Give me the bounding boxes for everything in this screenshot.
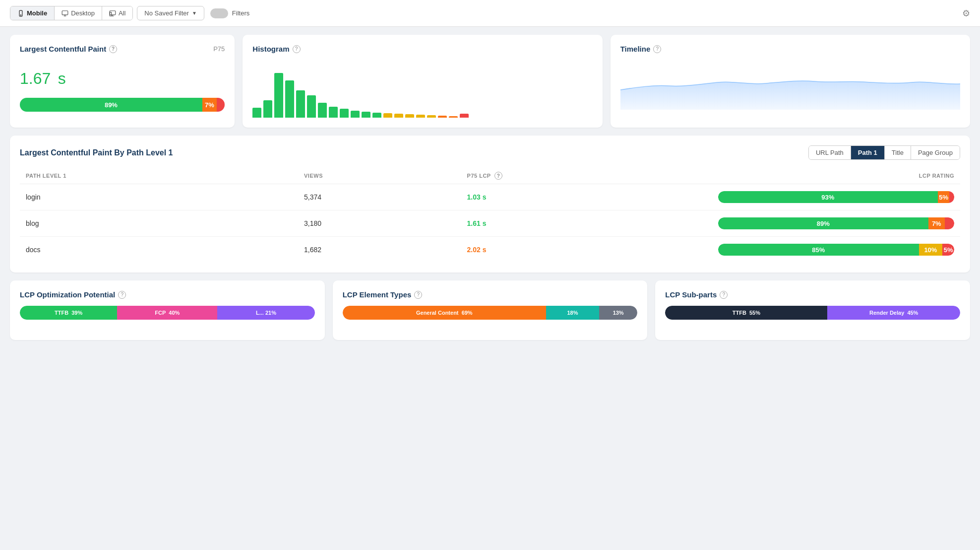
- subparts-title: LCP Sub-parts: [665, 290, 717, 299]
- histogram-bar: [318, 103, 327, 118]
- device-selector: Mobile Desktop All: [10, 6, 133, 20]
- lcp-good-segment: 89%: [20, 98, 202, 112]
- el-general-segment: General Content 69%: [343, 306, 546, 320]
- saved-filter-button[interactable]: No Saved Filter ▼: [137, 6, 204, 20]
- lcp-needs-improvement-segment: 7%: [202, 98, 217, 112]
- lcp-info-icon[interactable]: ?: [109, 45, 117, 53]
- timeline-info-icon[interactable]: ?: [653, 45, 661, 53]
- cell-p75: 2.02 s: [461, 237, 712, 263]
- histogram-bar: [351, 111, 360, 118]
- col-rating: LCP RATING: [712, 168, 960, 184]
- histogram-bar: [340, 109, 349, 118]
- cell-path: login: [20, 184, 298, 210]
- histogram-bar: [263, 100, 272, 118]
- table-section: Largest Contentful Paint By Path Level 1…: [10, 136, 970, 273]
- svg-rect-2: [62, 10, 68, 14]
- histogram-bar: [372, 113, 381, 118]
- table-row: blog3,1801.61 s89%7%: [20, 210, 960, 237]
- timeline-area: [620, 60, 960, 110]
- cell-p75: 1.03 s: [461, 184, 712, 210]
- lcp-value: 1.67 s: [20, 60, 225, 90]
- col-path: PATH LEVEL 1: [20, 168, 298, 184]
- cell-rating: 85%10%5%: [712, 237, 960, 263]
- histogram-bar: [274, 73, 283, 118]
- timeline-card: Timeline ?: [611, 35, 970, 128]
- lcp-progress-bar: 89% 7%: [20, 98, 225, 112]
- histogram-bar: [416, 115, 425, 118]
- filter-btn-label: No Saved Filter: [144, 9, 189, 17]
- rating-segment: 7%: [928, 217, 945, 229]
- histogram-card: Histogram ?: [243, 35, 602, 128]
- tab-url-path[interactable]: URL Path: [809, 146, 851, 159]
- rating-bar: 93%5%: [718, 191, 954, 203]
- tab-title[interactable]: Title: [884, 146, 911, 159]
- all-button[interactable]: All: [102, 6, 132, 20]
- mobile-label: Mobile: [27, 9, 47, 17]
- histogram-bar: [362, 112, 370, 118]
- histogram-bar: [449, 116, 458, 118]
- desktop-button[interactable]: Desktop: [54, 6, 102, 20]
- histogram-bar: [405, 114, 414, 118]
- cell-path: docs: [20, 237, 298, 263]
- optimization-info-icon[interactable]: ?: [118, 291, 126, 299]
- rating-bar: 89%7%: [718, 217, 954, 229]
- cell-rating: 89%7%: [712, 210, 960, 237]
- opt-fcp-segment: FCP 40%: [117, 306, 217, 320]
- table-row: docs1,6822.02 s85%10%5%: [20, 237, 960, 263]
- svg-point-1: [20, 14, 21, 15]
- tab-page-group[interactable]: Page Group: [911, 146, 960, 159]
- sub-render-segment: Render Delay 45%: [827, 306, 960, 320]
- filter-switch[interactable]: [210, 8, 228, 18]
- opt-ttfb-segment: TTFB 39%: [20, 306, 117, 320]
- histogram-bar: [394, 114, 403, 118]
- rating-segment: 89%: [718, 217, 928, 229]
- histogram-bar: [438, 116, 447, 118]
- tab-path-1[interactable]: Path 1: [851, 146, 884, 159]
- rating-segment: [945, 217, 954, 229]
- mobile-button[interactable]: Mobile: [10, 6, 54, 20]
- histogram-bar: [427, 115, 436, 118]
- histogram-bar: [329, 107, 338, 118]
- histogram-title: Histogram: [252, 45, 289, 53]
- top-cards-row: Largest Contentful Paint ? P75 1.67 s 89…: [10, 35, 970, 128]
- element-types-bar: General Content 69% 18% 13%: [343, 306, 638, 320]
- timeline-title: Timeline: [620, 45, 651, 53]
- optimization-title: LCP Optimization Potential: [20, 290, 115, 299]
- rating-segment: 85%: [718, 244, 919, 256]
- rating-segment: 10%: [919, 244, 943, 256]
- el-gray-segment: 13%: [599, 306, 637, 320]
- histogram-bar: [296, 90, 305, 118]
- subparts-card: LCP Sub-parts ? TTFB 55% Render Delay 45…: [655, 280, 970, 340]
- path-tab-group: URL Path Path 1 Title Page Group: [808, 145, 960, 160]
- sub-ttfb-segment: TTFB 55%: [665, 306, 827, 320]
- subparts-bar: TTFB 55% Render Delay 45%: [665, 306, 960, 320]
- lcp-card-title: Largest Contentful Paint ?: [20, 45, 117, 53]
- table-title: Largest Contentful Paint By Path Level 1: [20, 148, 173, 157]
- element-types-card: LCP Element Types ? General Content 69% …: [333, 280, 648, 340]
- cell-p75: 1.61 s: [461, 210, 712, 237]
- rating-segment: 5%: [942, 244, 954, 256]
- histogram-bar: [460, 114, 469, 118]
- desktop-label: Desktop: [71, 9, 95, 17]
- filter-toggle: Filters: [210, 8, 249, 18]
- col-views: VIEWS: [298, 168, 461, 184]
- lcp-poor-segment: [217, 98, 225, 112]
- element-types-info-icon[interactable]: ?: [414, 291, 422, 299]
- histogram-info-icon[interactable]: ?: [293, 45, 301, 53]
- cell-views: 5,374: [298, 184, 461, 210]
- cell-views: 3,180: [298, 210, 461, 237]
- histogram-bar: [285, 80, 294, 118]
- opt-l-segment: L... 21%: [217, 306, 314, 320]
- rating-segment: 5%: [938, 191, 950, 203]
- p75-info-icon[interactable]: ?: [494, 172, 502, 180]
- rating-segment: [949, 191, 954, 203]
- histogram-bar: [252, 108, 261, 118]
- settings-icon[interactable]: ⚙: [962, 8, 970, 19]
- table-header: Largest Contentful Paint By Path Level 1…: [20, 145, 960, 160]
- subparts-info-icon[interactable]: ?: [720, 291, 728, 299]
- main-content: Largest Contentful Paint ? P75 1.67 s 89…: [0, 27, 980, 348]
- histogram-bar: [383, 113, 392, 118]
- lcp-p75-label: P75: [213, 45, 225, 53]
- optimization-card: LCP Optimization Potential ? TTFB 39% FC…: [10, 280, 325, 340]
- rating-bar: 85%10%5%: [718, 244, 954, 256]
